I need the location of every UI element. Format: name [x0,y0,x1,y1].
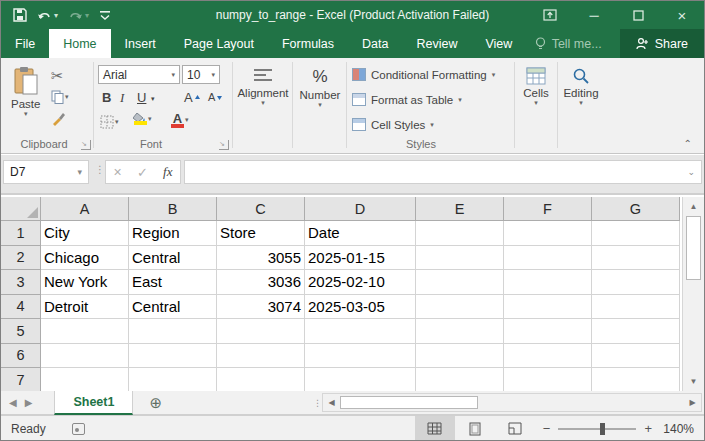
cell-B2[interactable]: Central [129,246,217,271]
prev-sheet-icon[interactable]: ◀ [1,397,25,408]
cell-B5[interactable] [129,319,217,344]
scroll-down-icon[interactable]: ▼ [683,372,704,391]
cell-C2[interactable]: 3055 [217,246,305,271]
undo-button[interactable]: ▾ [37,9,58,22]
redo-button[interactable]: ▾ [68,9,89,22]
cell-C3[interactable]: 3036 [217,270,305,295]
row-header-1[interactable]: 1 [1,221,41,246]
insert-function-button[interactable]: fx [163,164,172,180]
close-button[interactable]: × [660,1,704,29]
macro-record-icon[interactable] [72,423,85,435]
minimize-button[interactable]: ─ [572,1,616,29]
cells-dropdown-icon[interactable]: ▾ [534,99,538,107]
sheet-tab-sheet1[interactable]: Sheet1 [54,391,133,415]
cell-E5[interactable] [416,319,504,344]
editing-dropdown-icon[interactable]: ▾ [579,99,583,107]
col-header-B[interactable]: B [129,197,217,221]
tab-page-layout[interactable]: Page Layout [170,29,268,58]
cell-G1[interactable] [592,221,680,246]
col-header-C[interactable]: C [217,197,305,221]
row-header-5[interactable]: 5 [1,319,41,344]
cell-G3[interactable] [592,270,680,295]
customize-qat-button[interactable] [99,9,111,21]
tab-home[interactable]: Home [49,29,110,58]
fill-color-dropdown-icon[interactable]: ▾ [148,115,152,123]
cell-G7[interactable] [592,368,680,391]
ribbon-display-options-button[interactable] [528,1,572,29]
cancel-formula-button[interactable]: × [114,164,122,180]
cell-E3[interactable] [416,270,504,295]
cell-A6[interactable] [41,344,129,369]
cell-D7[interactable] [305,368,416,391]
font-color-button[interactable]: A ▾ [171,111,189,128]
cell-B4[interactable]: Central [129,295,217,320]
fill-color-button[interactable]: ▾ [133,113,152,125]
cell-F2[interactable] [504,246,592,271]
bold-button[interactable]: B [102,90,111,105]
italic-button[interactable]: I [120,90,124,106]
cell-E7[interactable] [416,368,504,391]
font-size-select[interactable]: 10▾ [182,65,220,84]
cell-B1[interactable]: Region [129,221,217,246]
cell-B3[interactable]: East [129,270,217,295]
format-as-table-dropdown-icon[interactable]: ▾ [458,96,462,104]
redo-dropdown-icon[interactable]: ▾ [85,11,89,20]
select-all-corner[interactable] [1,197,41,221]
copy-button[interactable]: ▾ [51,90,69,104]
cells-button[interactable]: Cells ▾ [519,67,553,107]
horizontal-scrollbar[interactable]: ◀ ▶ [322,393,702,412]
col-header-A[interactable]: A [41,197,129,221]
cell-G6[interactable] [592,344,680,369]
number-format-button[interactable]: % Number ▾ [296,67,344,109]
scroll-left-icon[interactable]: ◀ [323,394,340,411]
cell-A4[interactable]: Detroit [41,295,129,320]
clipboard-dialog-launcher[interactable]: ↘ [81,140,91,150]
cell-F6[interactable] [504,344,592,369]
cell-F1[interactable] [504,221,592,246]
alignment-button[interactable]: Alignment ▾ [237,67,289,107]
cell-A5[interactable] [41,319,129,344]
paste-dropdown-icon[interactable]: ▾ [24,110,28,118]
borders-dropdown-icon[interactable]: ▾ [115,118,119,126]
zoom-out-button[interactable]: − [535,421,559,436]
cell-C6[interactable] [217,344,305,369]
save-icon[interactable] [13,8,27,22]
next-sheet-icon[interactable]: ▶ [25,397,41,408]
alignment-dropdown-icon[interactable]: ▾ [261,99,265,107]
decrease-font-button[interactable]: A [208,91,223,103]
formula-bar-expand-icon[interactable]: ⌄ [687,167,695,177]
normal-view-button[interactable] [415,416,455,441]
maximize-button[interactable] [616,1,660,29]
cell-G4[interactable] [592,295,680,320]
cell-E4[interactable] [416,295,504,320]
cell-A3[interactable]: New York [41,270,129,295]
underline-button[interactable]: U [137,90,146,105]
cell-C1[interactable]: Store [217,221,305,246]
undo-dropdown-icon[interactable]: ▾ [54,11,58,20]
format-painter-button[interactable] [51,112,65,126]
tab-insert[interactable]: Insert [111,29,170,58]
row-header-2[interactable]: 2 [1,246,41,271]
zoom-slider[interactable] [558,428,636,430]
cell-C7[interactable] [217,368,305,391]
tab-review[interactable]: Review [402,29,471,58]
vertical-scrollbar[interactable]: ▲ ▼ [682,197,704,391]
cell-D4[interactable]: 2025-03-05 [305,295,416,320]
paste-button[interactable]: Paste ▾ [11,66,40,118]
row-header-7[interactable]: 7 [1,368,41,391]
page-layout-view-button[interactable] [455,416,495,441]
cell-styles-dropdown-icon[interactable]: ▾ [430,121,434,129]
page-break-preview-button[interactable] [495,416,535,441]
cell-E2[interactable] [416,246,504,271]
cell-G2[interactable] [592,246,680,271]
cell-F3[interactable] [504,270,592,295]
zoom-slider-thumb[interactable] [600,423,605,435]
tell-me-box[interactable]: Tell me... [517,29,620,58]
col-header-D[interactable]: D [305,197,416,221]
cell-styles-button[interactable]: Cell Styles ▾ [352,118,434,131]
number-dropdown-icon[interactable]: ▾ [318,101,322,109]
cell-D3[interactable]: 2025-02-10 [305,270,416,295]
scroll-right-icon[interactable]: ▶ [684,394,701,411]
cell-G5[interactable] [592,319,680,344]
cell-D1[interactable]: Date [305,221,416,246]
